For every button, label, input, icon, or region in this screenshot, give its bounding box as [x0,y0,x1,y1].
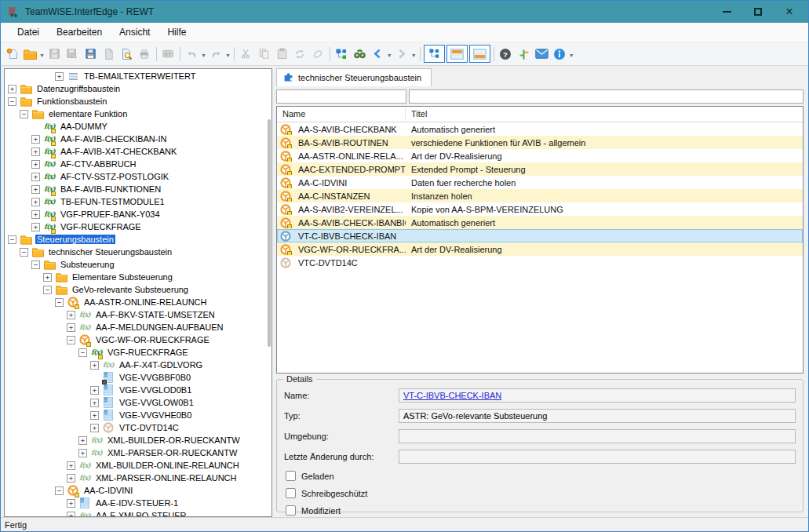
collapse-icon[interactable]: − [20,110,28,118]
tree-item-aa-c-idvini[interactable]: −AA-C-IDVINI [5,484,271,497]
layout-tree-button[interactable] [424,45,445,63]
page-button[interactable] [100,45,118,63]
tree-item-label[interactable]: AA-DUMMY [59,122,109,131]
info-button[interactable] [551,45,569,63]
name-filter-input[interactable] [276,89,406,104]
titel-filter-input[interactable] [409,89,804,104]
tree-item-xml-builder-online-relaunch[interactable]: +f(x)XML-BUILDER-ONLINE-RELAUNCH [5,459,271,472]
cut-button[interactable] [237,45,255,63]
table-row-aa-s-avib-checkbank[interactable]: AA-S-AVIB-CHECKBANKAutomatisch generiert [277,122,803,136]
expand-icon[interactable]: + [67,311,75,319]
tree-item-xml-builder-or-rueckantw[interactable]: +f(x)XML-BUILDER-OR-RUECKANTW [5,434,271,446]
collapse-icon[interactable]: − [55,298,64,307]
table-row-vt-c-ibvb-check-iban[interactable]: VT-C-IBVB-CHECK-IBAN [277,229,803,242]
tree-item-label[interactable]: VGF-PRUEF-BANK-Y034 [59,210,162,219]
key-table-button[interactable]: KT [159,45,177,63]
tree-item-aa-f-avib-checkiban-in[interactable]: +f(x)AA-F-AVIB-CHECKIBAN-IN [5,133,271,145]
tree-item-aa-f-meldungen-aufbauen[interactable]: +f(x)AA-F-MELDUNGEN-AUFBAUEN [5,321,271,333]
tree-item-label[interactable]: AA-F-XMLPO-STEUER [94,511,188,517]
collapse-icon[interactable]: − [55,486,64,495]
chevron-down-icon[interactable]: ▼ [411,53,417,58]
expand-icon[interactable]: + [78,436,87,445]
tree-item-label[interactable]: AA-F-MELDUNGEN-AUFBAUEN [94,322,225,332]
tree-scrollbar-thumb[interactable] [268,119,271,347]
tree-item-label[interactable]: XML-PARSER-ONLINE-RELAUNCH [94,473,239,483]
tree-item-aa-f-xmlpo-steuer[interactable]: +f(x)AA-F-XMLPO-STEUER [5,509,271,517]
tree-item-label[interactable]: VGF-RUECKFRAGE [106,348,190,357]
checkbox-geladen[interactable] [286,471,296,481]
checkbox-schreibgesch-tzt[interactable] [286,488,296,498]
collapse-icon[interactable]: − [31,261,40,269]
chevron-down-icon[interactable]: ▼ [225,53,231,58]
chevron-down-icon[interactable]: ▼ [201,53,206,58]
tree-item-label[interactable]: Funktionsbaustein [35,97,108,106]
tree-item-aa-f-x4t-gdlvorg[interactable]: +f(x)AA-F-X4T-GDLVORG [5,359,271,371]
redo-button[interactable] [207,45,225,63]
expand-icon[interactable]: + [31,135,40,144]
column-header-titel[interactable]: Titel [406,107,803,122]
open-button[interactable] [21,45,39,63]
back-button[interactable] [369,45,387,63]
table-row-aa-s-avib-check-ibanbic[interactable]: AA-S-AVIB-CHECK-IBANBICAutomatisch gener… [277,216,803,229]
expand-icon[interactable]: + [43,273,52,282]
tree-item-label[interactable]: BA-F-AVIB-FUNKTIONEN [59,184,162,194]
tree-item-vge-vvglow0b1[interactable]: +VGE-VVGLOW0B1 [5,396,271,409]
tree-item-technischer-steuerungsbaustein[interactable]: −technischer Steuerungsbaustein [5,246,271,258]
expand-icon[interactable]: + [67,323,75,332]
sync-button[interactable] [291,45,309,63]
print-button[interactable] [136,45,154,63]
column-header-name[interactable]: Name [277,107,406,122]
collapse-icon[interactable]: − [78,348,87,357]
details-field-value[interactable] [399,450,796,464]
tree-item-label[interactable]: TB-EMAILTEXTERWEITERT [82,71,197,81]
expand-icon[interactable]: + [31,210,40,219]
tree-item-label[interactable]: AF-CTV-SSTZ-POSTLOGIK [59,172,170,181]
expand-icon[interactable]: + [90,424,99,432]
name-link[interactable]: VT-C-IBVB-CHECK-IBAN [403,391,501,400]
tree-item-tb-efun-testmodule1[interactable]: +f(x)TB-EFUN-TESTMODULE1 [5,195,271,208]
expand-icon[interactable]: + [31,198,40,206]
tree-item-elementare-substeuerung[interactable]: +Elementare Substeuerung [5,271,271,283]
collapse-icon[interactable]: − [8,97,16,106]
tree-item-label[interactable]: GeVo-relevante Substeuerung [71,285,190,294]
expand-icon[interactable]: + [55,72,64,81]
collapse-icon[interactable]: − [8,235,16,244]
new-file-button[interactable] [3,45,21,63]
mail-button[interactable] [533,45,551,63]
tree-item-label[interactable]: VTC-DVTD14C [118,423,180,432]
details-field-value[interactable]: ASTR: GeVo-relevante Substeuerung [399,409,796,423]
expand-icon[interactable]: + [67,512,75,518]
undo-button[interactable] [183,45,201,63]
table-row-aac-extended-prompt[interactable]: AAC-EXTENDED-PROMPTExtended Prompt - Ste… [277,162,803,176]
tree-item-label[interactable]: Steuerungsbaustein [35,235,115,244]
tree-item-label[interactable]: VGE-VVGLOW0B1 [118,398,195,407]
table-row-aa-astr-online-rela-[interactable]: AA-ASTR-ONLINE-RELA...Art der DV-Realisi… [277,149,803,162]
menu-hilfe[interactable]: Hilfe [159,24,195,41]
menu-ansicht[interactable]: Ansicht [111,24,159,41]
tree-item-label[interactable]: AA-F-X4T-GDLVORG [118,360,204,370]
maximize-button[interactable] [742,1,774,23]
tree-item-vtc-dvtd14c[interactable]: +VTC-DVTD14C [5,421,271,434]
tree-item-label[interactable]: AF-CTV-ABBRUCH [59,159,138,169]
layout-split-bottom-button[interactable] [469,45,490,63]
tree-item-elementare-funktion[interactable]: −elementare Funktion [5,107,271,120]
table-row-vtc-dvtd14c[interactable]: VTC-DVTD14C [277,256,803,269]
tree-item-af-ctv-sstz-postlogik[interactable]: +f(x)AF-CTV-SSTZ-POSTLOGIK [5,170,271,183]
tree-item-label[interactable]: XML-PARSER-OR-RUECKANTW [106,448,239,457]
attach-button[interactable] [309,45,327,63]
table-row-aa-c-idvini[interactable]: AA-C-IDVINIDaten fuer recherche holen [277,176,803,189]
tree-item-aa-astr-online-relaunch[interactable]: −AA-ASTR-ONLINE-RELAUNCH [5,296,271,308]
tree-item-funktionsbaustein[interactable]: −Funktionsbaustein [5,95,271,107]
tree-item-label[interactable]: VGF-RUECKFRAGE [59,222,143,231]
tree-item-ba-f-avib-funktionen[interactable]: +f(x)BA-F-AVIB-FUNKTIONEN [5,183,271,195]
expand-icon[interactable]: + [90,411,99,420]
tree-item-label[interactable]: technischer Steuerungsbaustein [47,247,173,257]
tree-item-label[interactable]: AA-F-AVIB-X4T-CHECKBANK [59,147,178,156]
chevron-down-icon[interactable]: ▼ [569,53,574,58]
search-button[interactable] [351,45,369,63]
tree-item-label[interactable]: TB-EFUN-TESTMODULE1 [59,197,166,206]
save-all-button[interactable] [82,45,100,63]
tree-item-steuerungsbaustein[interactable]: −Steuerungsbaustein [5,233,271,246]
tree-item-substeuerung[interactable]: −Substeuerung [5,258,271,271]
tree-item-label[interactable]: AA-ASTR-ONLINE-RELAUNCH [82,297,208,307]
